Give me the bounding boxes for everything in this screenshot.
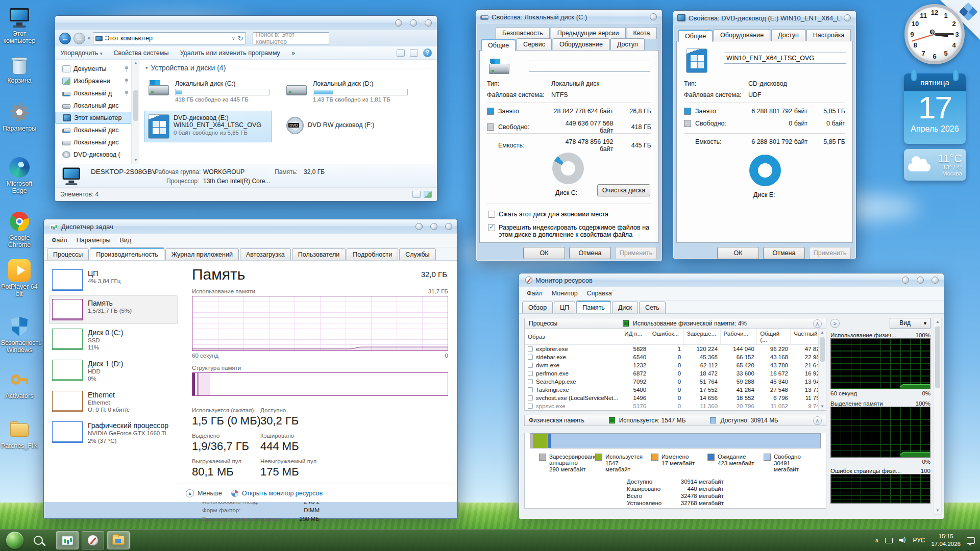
cancel-button[interactable]: Отмена <box>569 247 611 259</box>
desktop-icon-chrome[interactable]: Google Chrome <box>1 210 38 249</box>
close-button[interactable] <box>445 223 452 230</box>
sidebar-item[interactable]: Этот компьютер <box>55 112 131 124</box>
desktop-icon-recycle-bin[interactable]: Корзина <box>1 53 38 84</box>
minimize-button[interactable] <box>395 19 402 27</box>
column-header[interactable]: Образ <box>525 329 621 344</box>
dialog-titlebar[interactable]: Свойства: Локальный диск (C:) <box>476 10 662 24</box>
menu-Вид[interactable]: Вид <box>116 236 135 245</box>
process-row[interactable]: sidebar.exe6540045 36866 15243 16822 984 <box>525 353 826 361</box>
tab-Общие[interactable]: Общие <box>678 30 713 42</box>
group-header[interactable]: ▾Устройства и диски (4) <box>145 64 431 72</box>
back-button[interactable]: ← <box>59 33 71 44</box>
open-resource-monitor-link[interactable]: Открыть монитор ресурсов <box>231 490 323 497</box>
processes-section-header[interactable]: Процессы Использование физической памяти… <box>524 318 826 329</box>
perf-sidebar-item[interactable]: Диск 1 (D:)HDD 0% <box>49 356 178 386</box>
ok-button[interactable]: ОК <box>523 247 565 259</box>
ok-button[interactable]: ОК <box>717 247 759 259</box>
clock-widget[interactable]: 121 23 45 67 89 1011 <box>904 4 965 64</box>
apply-button[interactable]: Применить <box>809 247 851 259</box>
drive-d-tile[interactable]: Локальный диск (D:) 1,43 ТБ свободно из … <box>286 80 408 103</box>
tab-Процессы[interactable]: Процессы <box>47 248 89 260</box>
row-checkbox[interactable] <box>528 363 533 368</box>
sidebar-item[interactable]: Локальный д <box>55 87 131 99</box>
tab-Общие[interactable]: Общие <box>481 39 516 51</box>
memory-usage-graph[interactable] <box>192 296 448 351</box>
history-dropdown-icon[interactable]: ▾ <box>88 36 90 41</box>
perf-sidebar-item[interactable]: Графический процессорNVIDIA GeForce GTX … <box>49 418 178 448</box>
views-icon[interactable] <box>397 49 405 57</box>
process-row[interactable]: svchost.exe (LocalServiceNet...1496014 6… <box>525 394 826 402</box>
minimize-button[interactable] <box>902 277 909 284</box>
maximize-button[interactable] <box>917 277 924 284</box>
apply-button[interactable]: Применить <box>615 247 657 259</box>
dialog-titlebar[interactable]: Свойства: DVD-дисковод (E:) WIN10_ENT_X6… <box>673 11 856 25</box>
desktop-icon-activators[interactable]: Activators <box>1 368 38 399</box>
uninstall-program-button[interactable]: Удалить или изменить программу <box>180 49 280 57</box>
process-row[interactable]: explorer.exe58281120 224144 04096 22047 … <box>525 345 826 353</box>
desktop-icon-potplayer[interactable]: PotPlayer 64 bit <box>1 259 38 298</box>
column-header[interactable]: Общий (... <box>757 329 791 344</box>
tab-Доступ[interactable]: Доступ <box>771 29 805 41</box>
column-header[interactable]: ИД п... <box>621 329 649 344</box>
column-header[interactable]: Ошибок... <box>649 329 684 344</box>
table-scrollbar[interactable]: ▲▼ <box>818 329 826 410</box>
desktop-icon-this-pc[interactable]: Этот компьютер <box>1 6 38 45</box>
perf-sidebar-item[interactable]: Диск 0 (C:)SSD 11% <box>49 325 178 355</box>
system-properties-button[interactable]: Свойства системы <box>113 49 168 57</box>
tab-Службы[interactable]: Службы <box>399 248 435 260</box>
action-center-icon[interactable] <box>967 537 975 544</box>
volume-label-field[interactable] <box>529 61 650 72</box>
desktop-icon-windows-security[interactable]: Безопасность Windows <box>1 315 38 354</box>
column-header[interactable]: Рабочи... <box>721 329 757 344</box>
perf-sidebar-item[interactable]: ЦП4% 3,84 ГГц <box>49 266 178 294</box>
close-button[interactable] <box>844 14 851 21</box>
checkbox-icon[interactable] <box>488 211 495 218</box>
tab-Предыдущие версии[interactable]: Предыдущие версии <box>551 27 626 39</box>
maximize-button[interactable] <box>430 223 437 230</box>
tab-Обзор[interactable]: Обзор <box>522 302 553 313</box>
network-icon[interactable] <box>885 538 893 543</box>
taskbar-search-icon[interactable] <box>34 536 43 545</box>
tab-Сервис[interactable]: Сервис <box>517 38 552 51</box>
organize-menu[interactable]: Упорядочить ▾ <box>60 49 102 57</box>
start-button[interactable] <box>6 532 23 549</box>
column-header[interactable]: Заверше... <box>684 329 721 344</box>
maximize-button[interactable] <box>410 19 417 27</box>
taskbar-resource-monitor[interactable] <box>82 531 104 549</box>
tab-Безопасность[interactable]: Безопасность <box>496 27 550 39</box>
process-row[interactable]: sppsvc.exe5176011 36020 79611 0529 744 <box>525 402 826 410</box>
tab-Пользователи[interactable]: Пользователи <box>292 248 346 260</box>
perf-sidebar-item[interactable]: EthernetEthernet О: 0 П: 0 кбит/с <box>49 387 178 417</box>
thumbnail-view-icon[interactable] <box>424 191 432 198</box>
help-icon[interactable]: ? <box>423 48 432 57</box>
dvd-e-tile-selected[interactable]: DVD-дисковод (E:) WIN10_ENT_X64_LTSC_OVG… <box>144 111 272 142</box>
menu-Справка[interactable]: Справка <box>583 289 616 298</box>
tray-overflow-icon[interactable]: ∧ <box>875 537 879 544</box>
collapse-icon[interactable]: ∧ <box>813 416 822 425</box>
row-checkbox[interactable] <box>528 346 533 352</box>
resmon-titlebar[interactable]: Монитор ресурсов <box>519 273 944 287</box>
drive-c-tile[interactable]: Локальный диск (C:) 418 ГБ свободно из 4… <box>149 80 270 103</box>
process-row[interactable]: SearchApp.exe7092051 76459 28845 34013 9… <box>525 378 826 386</box>
row-checkbox[interactable] <box>528 371 533 376</box>
indexing-checkbox[interactable]: Разрешить индексировать содержимое файло… <box>488 224 656 238</box>
close-button[interactable] <box>425 19 432 27</box>
sidebar-scrollbar[interactable]: ▲ ▼ <box>132 60 139 164</box>
checkbox-checked-icon[interactable] <box>488 224 495 231</box>
row-checkbox[interactable] <box>528 379 533 384</box>
preview-pane-icon[interactable] <box>410 49 418 57</box>
compress-checkbox[interactable]: Сжать этот диск для экономии места <box>488 211 608 218</box>
toolbar-overflow[interactable]: » <box>291 49 295 57</box>
taskmgr-titlebar[interactable]: Диспетчер задач <box>44 219 457 234</box>
menu-Файл[interactable]: Файл <box>48 236 71 245</box>
tab-ЦП[interactable]: ЦП <box>554 302 575 313</box>
sidebar-item[interactable]: Локальный дис <box>55 136 131 148</box>
view-dropdown[interactable]: Вид▼ <box>890 318 930 329</box>
list-view-icon[interactable] <box>412 191 421 198</box>
tab-Доступ[interactable]: Доступ <box>610 38 645 51</box>
sidebar-item[interactable]: Локальный дис <box>55 124 131 136</box>
physical-memory-section-header[interactable]: Физическая память Используется: 1547 МБ … <box>524 415 826 426</box>
scroll-up-icon[interactable]: ▲ <box>132 60 139 67</box>
sidebar-item[interactable]: DVD-дисковод ( <box>55 148 131 161</box>
tab-Оборудование[interactable]: Оборудование <box>553 38 609 51</box>
